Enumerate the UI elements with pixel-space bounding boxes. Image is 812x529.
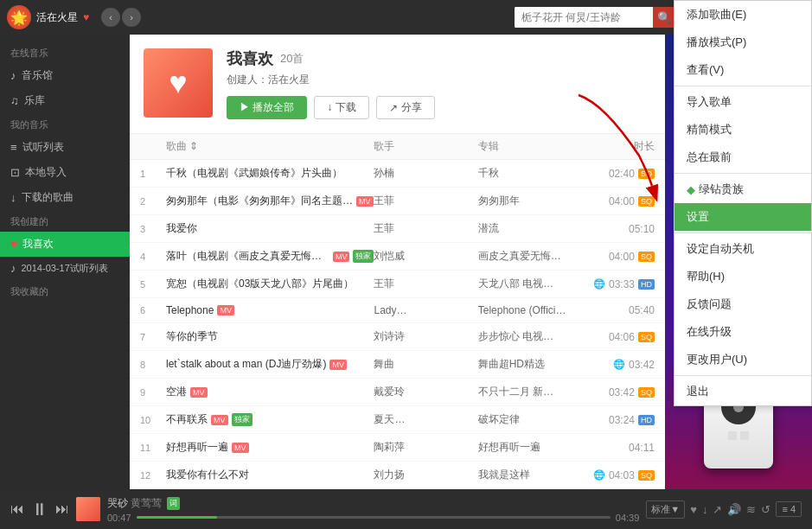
trial-list-icon: ♪ xyxy=(10,262,16,275)
pause-button[interactable]: ⏸ xyxy=(31,500,48,519)
progress-fill xyxy=(137,516,217,519)
menu-item-view[interactable]: 查看(V) xyxy=(675,56,811,84)
table-row[interactable]: 7 等你的季节 刘诗诗 步步惊心 电视… 04:06 SQ xyxy=(130,323,665,351)
menu-item-change-user[interactable]: 更改用户(U) xyxy=(675,346,811,373)
song-name: 我爱你有什么不对 xyxy=(166,468,374,482)
song-duration: 04:00 SQ xyxy=(603,195,655,207)
volume-icon[interactable]: 🔊 xyxy=(727,503,741,516)
collected-section-title: 我收藏的 xyxy=(0,280,130,302)
song-number: 6 xyxy=(140,305,166,315)
download-button[interactable]: ↓ 下载 xyxy=(314,96,368,119)
song-album: 不只十二月 新… xyxy=(478,385,603,399)
table-row[interactable]: 9 空港 MV 戴爱玲 不只十二月 新… 03:42 SQ xyxy=(130,379,665,406)
sidebar-item-label: 下载的歌曲 xyxy=(22,190,74,205)
menu-item-auto-shutdown[interactable]: 设定自动关机 xyxy=(675,235,811,263)
table-row[interactable]: 10 不再联系 MV 独家 夏天… 破坏定律 03:24 HD xyxy=(130,406,665,434)
sidebar-item-label: 音乐馆 xyxy=(22,68,53,83)
song-duration: 02:40 SQ xyxy=(603,168,655,180)
search-input[interactable] xyxy=(515,7,653,28)
mv-badge: MV xyxy=(211,415,228,425)
menu-divider-4 xyxy=(675,375,811,376)
quality-button[interactable]: 标准▼ xyxy=(646,500,685,519)
table-row[interactable]: 5 宽恕（电视剧《03版天龙八部》片尾曲） 王菲 天龙八部 电视… 🌐 03:3… xyxy=(130,271,665,298)
mv-badge: MV xyxy=(190,387,208,398)
menu-item-play-mode[interactable]: 播放模式(P) xyxy=(675,29,811,56)
prev-button[interactable]: ⏮ xyxy=(10,501,24,517)
menu-item-import[interactable]: 导入歌单 xyxy=(675,88,811,116)
share-button[interactable]: ↗ 分享 xyxy=(376,96,435,119)
song-name: 千秋（电视剧《武媚娘传奇》片头曲） xyxy=(166,166,374,181)
search-button[interactable]: 🔍 xyxy=(653,7,675,28)
song-duration: 🌐 03:33 HD xyxy=(603,278,655,290)
sidebar-item-trial[interactable]: ≡ 试听列表 xyxy=(0,135,130,160)
song-duration: 04:06 SQ xyxy=(603,331,655,343)
song-number: 2 xyxy=(140,196,166,207)
progress-track[interactable] xyxy=(137,516,611,519)
col-album-header: 专辑 xyxy=(478,139,603,154)
back-button[interactable]: ‹ xyxy=(101,8,120,27)
table-row[interactable]: 12 我爱你有什么不对 刘力扬 我就是这样 🌐 04:03 SQ xyxy=(130,462,665,489)
menu-item-feedback[interactable]: 反馈问题 xyxy=(675,290,811,318)
forward-button[interactable]: › xyxy=(122,8,141,27)
song-number: 12 xyxy=(140,470,166,481)
user-name: 活在火星 xyxy=(36,10,78,25)
library-icon: ♫ xyxy=(10,94,19,107)
menu-item-exit[interactable]: 退出 xyxy=(675,378,811,405)
song-number: 10 xyxy=(140,415,166,425)
menu-item-help[interactable]: 帮助(H) xyxy=(675,263,811,290)
favorite-icon[interactable]: ♥ xyxy=(690,503,697,516)
sidebar-item-local[interactable]: ⊡ 本地导入 xyxy=(0,160,130,185)
sidebar-item-favorites[interactable]: ♥ 我喜欢 xyxy=(0,232,130,257)
table-row[interactable]: 6 Telephone MV Lady… Telephone (Offici… … xyxy=(130,298,665,323)
song-info-bar: 哭砂 黄莺莺 词 xyxy=(107,496,639,511)
mv-badge: MV xyxy=(333,252,350,262)
playlist-button[interactable]: ≡ 4 xyxy=(776,501,802,517)
table-row[interactable]: 11 好想再听一遍 MV 陶莉萍 好想再听一遍 04:11 xyxy=(130,434,665,462)
table-row[interactable]: 1 千秋（电视剧《武媚娘传奇》片头曲） 孙楠 千秋 02:40 SQ xyxy=(130,160,665,188)
menu-item-green-vip[interactable]: ◆ 绿钻贵族 xyxy=(675,175,811,203)
table-row[interactable]: 2 匆匆那年（电影《匆匆那年》同名主题… MV 王菲 匆匆那年 04:00 SQ xyxy=(130,188,665,215)
mini-album-cover xyxy=(76,497,100,521)
menu-item-upgrade[interactable]: 在线升级 xyxy=(675,318,811,346)
menu-item-add-song[interactable]: 添加歌曲(E) xyxy=(675,1,811,29)
sidebar-item-downloads[interactable]: ↓ 下载的歌曲 xyxy=(0,185,130,210)
sidebar-item-label: 本地导入 xyxy=(25,165,67,180)
sidebar-item-music-hall[interactable]: ♪ 音乐馆 xyxy=(0,63,130,88)
song-duration: 🌐 04:03 SQ xyxy=(603,469,655,481)
next-button[interactable]: ⏭ xyxy=(55,501,69,517)
table-row[interactable]: 4 落叶（电视剧《画皮之真爱无悔》片头… MV 独家 刘恺威 画皮之真爱无悔… … xyxy=(130,243,665,271)
col-song-header[interactable]: 歌曲 ⇕ xyxy=(166,139,374,154)
table-row[interactable]: 8 let`stalk about a man (DJ迪厅劲爆) MV 舞曲 舞… xyxy=(130,351,665,379)
equalizer-icon[interactable]: ≋ xyxy=(746,503,756,516)
song-album: 匆匆那年 xyxy=(478,194,603,208)
table-row[interactable]: 3 我爱你 王菲 潜流 05:10 xyxy=(130,215,665,243)
cover-heart-icon: ♥ xyxy=(169,65,187,101)
song-artist: 刘力扬 xyxy=(374,468,477,482)
local-icon: ⊡ xyxy=(10,166,20,179)
song-number: 7 xyxy=(140,332,166,342)
playlist-cover: ♥ xyxy=(144,48,213,118)
repeat-icon[interactable]: ↺ xyxy=(761,503,770,516)
song-duration: 05:40 xyxy=(603,304,655,316)
song-name: 等你的季节 xyxy=(166,329,374,344)
menu-item-settings[interactable]: 设置 xyxy=(675,203,811,231)
song-album: 破坏定律 xyxy=(478,412,603,427)
song-name: 不再联系 MV 独家 xyxy=(166,412,374,427)
menu-item-always-top[interactable]: 总在最前 xyxy=(675,143,811,171)
sq-badge: SQ xyxy=(638,332,655,342)
song-duration: 03:42 SQ xyxy=(603,386,655,398)
song-name: 好想再听一遍 MV xyxy=(166,440,374,455)
song-name: Telephone MV xyxy=(166,304,374,316)
sidebar-item-trial-list[interactable]: ♪ 2014-03-17试听列表 xyxy=(0,257,130,280)
sidebar-item-library[interactable]: ♫ 乐库 xyxy=(0,88,130,113)
song-duration: 04:00 SQ xyxy=(603,251,655,263)
menu-item-simple-mode[interactable]: 精简模式 xyxy=(675,116,811,143)
share-bar-icon[interactable]: ↗ xyxy=(713,503,722,516)
play-all-button[interactable]: ▶ 播放全部 xyxy=(227,96,307,119)
song-artist: 王菲 xyxy=(374,194,477,208)
playlist-header: ♥ 我喜欢 20首 创建人：活在火星 ▶ 播放全部 ↓ 下载 ↗ 分享 xyxy=(130,35,665,134)
sq-badge: SQ xyxy=(638,387,655,398)
download-bar-icon[interactable]: ↓ xyxy=(702,503,708,516)
playlist-info: 我喜欢 20首 创建人：活在火星 ▶ 播放全部 ↓ 下载 ↗ 分享 xyxy=(227,48,651,119)
sidebar: 在线音乐 ♪ 音乐馆 ♫ 乐库 我的音乐 ≡ 试听列表 ⊡ 本地导入 ↓ 下载的… xyxy=(0,35,130,489)
